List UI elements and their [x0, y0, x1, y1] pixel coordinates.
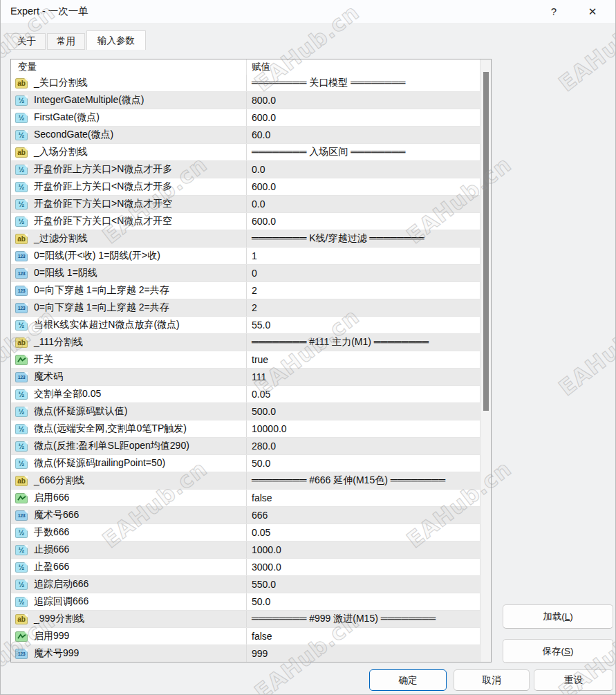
- table-row[interactable]: ½ 开盘价距上方关口<N微点才开多 600.0: [11, 178, 480, 196]
- param-value-cell[interactable]: 550.0: [246, 576, 480, 593]
- save-button[interactable]: 保存(S): [503, 639, 613, 663]
- param-value-cell[interactable]: false: [246, 628, 480, 645]
- param-value-cell[interactable]: 500.0: [246, 403, 480, 420]
- title-bar: Expert - 一次一单 ? ✕: [1, 0, 615, 23]
- table-row[interactable]: ab _关口分割线 ════════ 关口模型 ════════: [11, 75, 480, 92]
- table-row[interactable]: ½ 开盘价距上方关口>N微点才开多 0.0: [11, 161, 480, 178]
- param-value-cell[interactable]: 50.0: [246, 593, 480, 610]
- table-row[interactable]: ab _111分割线 ════════ #111 主力(M1) ════════: [11, 334, 480, 351]
- param-value-cell[interactable]: 999: [246, 645, 480, 662]
- table-row[interactable]: ½ 手数666 0.05: [11, 524, 480, 541]
- param-value-cell[interactable]: 0.05: [246, 386, 480, 402]
- param-value-cell[interactable]: 600.0: [246, 109, 480, 126]
- param-value-cell[interactable]: ════════ K线/穿越过滤 ════════: [246, 230, 480, 247]
- table-row[interactable]: 123 0=阳线(开<收) 1=阴线(开>收) 1: [11, 248, 480, 265]
- table-row[interactable]: 开关 true: [11, 351, 480, 369]
- param-value: ════════ 关口模型 ════════: [252, 77, 405, 89]
- table-row[interactable]: ½ SecondGate(微点) 60.0: [11, 127, 480, 144]
- table-row[interactable]: ½ FirstGate(微点) 600.0: [11, 109, 480, 127]
- table-row[interactable]: 123 魔术号999 999: [11, 645, 480, 662]
- param-name: 0=向下穿越 1=向上穿越 2=共存: [34, 284, 169, 297]
- param-value-cell[interactable]: 800.0: [246, 92, 480, 109]
- param-value-cell[interactable]: 10000.0: [246, 420, 480, 437]
- param-value-cell[interactable]: 2: [246, 282, 480, 299]
- table-row[interactable]: 启用999 false: [11, 628, 480, 645]
- param-value-cell[interactable]: 280.0: [246, 438, 480, 454]
- table-row[interactable]: 启用666 false: [11, 490, 480, 507]
- param-value-cell[interactable]: 666: [246, 507, 480, 523]
- param-value-cell[interactable]: false: [246, 490, 480, 506]
- table-row[interactable]: ½ 止盈666 3000.0: [11, 559, 480, 576]
- table-row[interactable]: 123 魔术号666 666: [11, 507, 480, 524]
- param-value-cell[interactable]: 1: [246, 248, 480, 264]
- table-row[interactable]: 123 0=阳线 1=阴线 0: [11, 265, 480, 282]
- header-variable[interactable]: 变量: [11, 61, 246, 73]
- param-value-cell[interactable]: 0.05: [246, 524, 480, 541]
- param-value-cell[interactable]: 0.0: [246, 161, 480, 178]
- table-row[interactable]: ½ 开盘价距下方关口>N微点才开空 0.0: [11, 196, 480, 213]
- param-name: 魔术号999: [34, 647, 79, 660]
- table-row[interactable]: ½ 微点(远端安全网,交割单0笔TP触发) 10000.0: [11, 420, 480, 438]
- param-value: true: [252, 354, 268, 365]
- table-row[interactable]: ab _过滤分割线 ════════ K线/穿越过滤 ════════: [11, 230, 480, 248]
- param-value: 60.0: [252, 129, 270, 140]
- scrollbar-thumb[interactable]: [483, 72, 489, 411]
- param-value-cell[interactable]: 1000.0: [246, 541, 480, 558]
- ok-button[interactable]: 确定: [369, 669, 447, 691]
- vertical-scrollbar[interactable]: [480, 59, 491, 662]
- param-name-cell: ½ 当根K线实体超过N微点放弃(微点): [11, 317, 246, 333]
- load-button[interactable]: 加载(L): [503, 604, 613, 629]
- reset-button[interactable]: 重设: [534, 669, 613, 691]
- table-row[interactable]: ½ 止损666 1000.0: [11, 541, 480, 559]
- param-value-cell[interactable]: ════════ #999 激进(M15) ════════: [246, 611, 480, 627]
- param-name-cell: ½ 开盘价距下方关口<N微点才开空: [11, 213, 246, 230]
- param-name: 追踪回调666: [34, 595, 88, 608]
- param-value-cell[interactable]: 55.0: [246, 317, 480, 333]
- table-row[interactable]: ½ IntegerGateMultiple(微点) 800.0: [11, 92, 480, 109]
- param-value-cell[interactable]: ════════ 入场区间 ════════: [246, 144, 480, 160]
- param-value: 50.0: [252, 596, 270, 607]
- help-button[interactable]: ?: [543, 3, 564, 21]
- table-row[interactable]: ½ 开盘价距下方关口<N微点才开空 600.0: [11, 213, 480, 230]
- param-value-cell[interactable]: 0: [246, 265, 480, 281]
- tab-inputs[interactable]: 输入参数: [86, 30, 146, 50]
- param-value: 10000.0: [252, 423, 287, 434]
- table-row[interactable]: ½ 追踪回调666 50.0: [11, 593, 480, 611]
- table-row[interactable]: ½ 当根K线实体超过N微点放弃(微点) 55.0: [11, 317, 480, 334]
- table-row[interactable]: 123 0=向下穿越 1=向上穿越 2=共存 2: [11, 299, 480, 317]
- cancel-button[interactable]: 取消: [454, 669, 530, 691]
- param-value-cell[interactable]: 111: [246, 369, 480, 385]
- close-button[interactable]: ✕: [582, 3, 603, 21]
- param-value-cell[interactable]: 600.0: [246, 213, 480, 230]
- param-value: 50.0: [252, 458, 270, 469]
- param-value: 500.0: [252, 406, 276, 417]
- param-value-cell[interactable]: 0.0: [246, 196, 480, 212]
- param-value-cell[interactable]: ════════ #111 主力(M1) ════════: [246, 334, 480, 351]
- table-row[interactable]: ab _入场分割线 ════════ 入场区间 ════════: [11, 144, 480, 161]
- header-value[interactable]: 赋值: [246, 59, 491, 75]
- table-row[interactable]: ab _999分割线 ════════ #999 激进(M15) ═══════…: [11, 611, 480, 628]
- param-value-cell[interactable]: ════════ 关口模型 ════════: [246, 75, 480, 91]
- param-name-cell: ½ IntegerGateMultiple(微点): [11, 92, 246, 109]
- param-name: 微点(远端安全网,交割单0笔TP触发): [34, 423, 187, 435]
- param-name-cell: ½ 开盘价距上方关口>N微点才开多: [11, 161, 246, 178]
- param-value-cell[interactable]: 600.0: [246, 178, 480, 195]
- table-row[interactable]: ½ 追踪启动666 550.0: [11, 576, 480, 593]
- table-row[interactable]: ab _666分割线 ════════ #666 延伸(M15色) ══════…: [11, 472, 480, 490]
- table-row[interactable]: ½ 微点(反推:盈利单SL距open均值290) 280.0: [11, 438, 480, 455]
- table-row[interactable]: ½ 微点(怀疑源码默认值) 500.0: [11, 403, 480, 420]
- param-value-cell[interactable]: 3000.0: [246, 559, 480, 575]
- table-row[interactable]: 123 0=向下穿越 1=向上穿越 2=共存 2: [11, 282, 480, 299]
- tab-common[interactable]: 常用: [47, 33, 85, 50]
- param-value: 600.0: [252, 112, 276, 123]
- tab-about[interactable]: 关于: [8, 33, 46, 50]
- table-row[interactable]: ½ 交割单全部0.05 0.05: [11, 386, 480, 403]
- table-row[interactable]: ½ 微点(怀疑源码trailingPoint=50) 50.0: [11, 455, 480, 472]
- param-value-cell[interactable]: 2: [246, 299, 480, 316]
- param-value-cell[interactable]: true: [246, 351, 480, 368]
- table-row[interactable]: 123 魔术码 111: [11, 369, 480, 386]
- param-value-cell[interactable]: 50.0: [246, 455, 480, 472]
- param-value-cell[interactable]: 60.0: [246, 127, 480, 143]
- param-value-cell[interactable]: ════════ #666 延伸(M15色) ════════: [246, 472, 480, 489]
- param-name: _关口分割线: [34, 77, 88, 89]
